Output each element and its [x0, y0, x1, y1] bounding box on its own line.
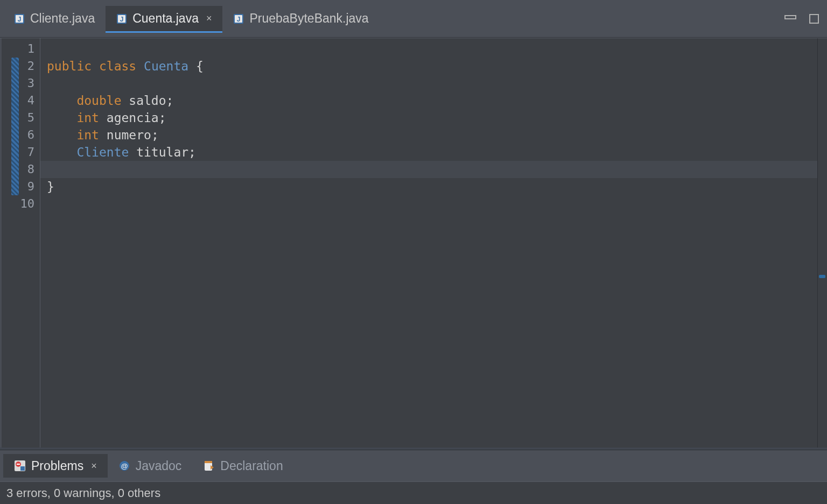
code-token: numero	[107, 128, 151, 142]
bottom-tab-bar: Problems × @ Javadoc Declaration	[0, 450, 827, 481]
problems-summary-text: 3 errors, 0 warnings, 0 others	[6, 486, 160, 500]
code-token: {	[196, 59, 204, 73]
svg-rect-9	[785, 16, 796, 19]
line-number: 2	[2, 58, 40, 75]
code-token	[47, 145, 76, 159]
code-token: class	[99, 59, 144, 73]
java-file-icon: J	[14, 13, 25, 24]
code-token: saldo	[129, 94, 166, 108]
editor-area: 12345678910 public class Cuenta { double…	[0, 38, 827, 448]
line-number: 1	[2, 40, 40, 58]
overview-mark	[819, 275, 825, 278]
bottom-tab-label: Problems	[31, 459, 83, 473]
editor-toolbar-right	[784, 13, 819, 24]
bottom-tab-javadoc[interactable]: @ Javadoc	[108, 454, 193, 478]
code-token: public	[47, 59, 99, 73]
code-token: ;	[159, 111, 166, 125]
code-line[interactable]	[40, 161, 817, 178]
line-number: 6	[2, 126, 40, 144]
tab-close-icon[interactable]: ×	[91, 460, 97, 472]
code-line[interactable]	[40, 40, 817, 58]
declaration-icon	[203, 460, 215, 472]
svg-rect-18	[205, 461, 212, 463]
gutter[interactable]: 12345678910	[2, 38, 40, 448]
code-token: int	[76, 111, 106, 125]
bottom-tab-label: Javadoc	[136, 459, 182, 473]
code-token: Cuenta	[144, 59, 196, 73]
svg-rect-10	[810, 15, 818, 23]
problems-icon	[14, 460, 26, 472]
svg-text:J: J	[18, 16, 22, 23]
javadoc-icon: @	[118, 460, 130, 472]
code-token: ;	[188, 145, 196, 159]
bottom-panel: Problems × @ Javadoc Declaration	[0, 450, 827, 504]
editor-tab-cuenta[interactable]: J Cuenta.java ×	[106, 6, 222, 32]
code-token	[47, 128, 76, 142]
code-line[interactable]: int numero;	[40, 126, 817, 144]
maximize-icon[interactable]	[809, 13, 819, 24]
code-line[interactable]: public class Cuenta {	[40, 58, 817, 75]
overview-ruler[interactable]	[817, 38, 827, 448]
code-token	[47, 111, 76, 125]
code-token	[47, 94, 76, 108]
code-token: ;	[151, 128, 159, 142]
line-number: 4	[2, 92, 40, 109]
code-token: agencia	[107, 111, 159, 125]
line-number: 7	[2, 144, 40, 161]
java-file-icon: J	[116, 13, 127, 24]
change-marker	[11, 58, 19, 195]
java-file-icon: J	[233, 13, 244, 24]
svg-rect-14	[20, 466, 25, 471]
code-line[interactable]: Cliente titular;	[40, 144, 817, 161]
code-line[interactable]: double saldo;	[40, 92, 817, 109]
code-line[interactable]	[40, 195, 817, 212]
editor-tab-prueba[interactable]: J PruebaByteBank.java	[222, 6, 379, 32]
minimize-icon[interactable]	[784, 13, 797, 24]
svg-text:@: @	[121, 462, 128, 470]
code-token: Cliente	[76, 145, 136, 159]
code-line[interactable]: }	[40, 178, 817, 195]
line-number: 3	[2, 75, 40, 92]
svg-rect-13	[17, 464, 20, 465]
problems-summary: 3 errors, 0 warnings, 0 others	[0, 481, 827, 504]
code-token: titular	[136, 145, 188, 159]
bottom-tab-problems[interactable]: Problems ×	[3, 454, 108, 478]
editor-tab-label: PruebaByteBank.java	[249, 11, 368, 26]
line-number: 9	[2, 178, 40, 195]
editor-tab-label: Cliente.java	[30, 11, 95, 26]
code-line[interactable]: int agencia;	[40, 109, 817, 126]
editor-tab-label: Cuenta.java	[132, 11, 199, 26]
bottom-tab-declaration[interactable]: Declaration	[192, 454, 293, 478]
editor-tab-cliente[interactable]: J Cliente.java	[3, 6, 106, 32]
bottom-tab-label: Declaration	[220, 459, 283, 473]
svg-text:J: J	[237, 16, 241, 23]
editor-tab-bar: J Cliente.java J Cuenta.java × J PruebaB…	[0, 0, 827, 38]
svg-text:J: J	[120, 16, 124, 23]
code-token: int	[76, 128, 106, 142]
code-area[interactable]: public class Cuenta { double saldo; int …	[40, 38, 817, 448]
line-number: 5	[2, 109, 40, 126]
code-token: }	[47, 180, 54, 194]
code-line[interactable]	[40, 75, 817, 92]
code-token: ;	[166, 94, 174, 108]
tab-close-icon[interactable]: ×	[206, 13, 212, 24]
line-number: 10	[2, 195, 40, 212]
line-number: 8	[2, 161, 40, 178]
code-token: double	[76, 94, 129, 108]
